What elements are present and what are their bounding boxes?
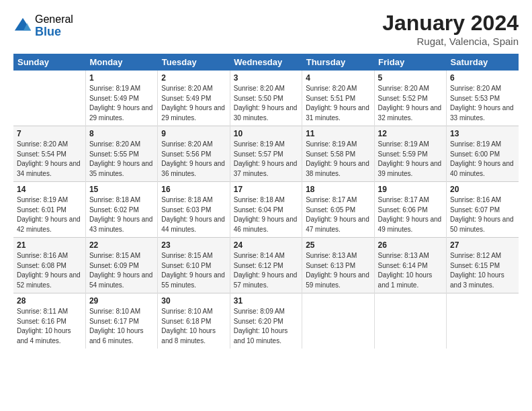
calendar-week-row: 1Sunrise: 8:19 AMSunset: 5:49 PMDaylight… xyxy=(13,71,519,126)
calendar-cell: 29Sunrise: 8:10 AMSunset: 6:17 PMDayligh… xyxy=(85,293,157,349)
day-info: Sunrise: 8:09 AMSunset: 6:20 PMDaylight:… xyxy=(234,307,298,346)
day-info: Sunrise: 8:17 AMSunset: 6:05 PMDaylight:… xyxy=(306,195,370,234)
day-info: Sunrise: 8:15 AMSunset: 6:09 PMDaylight:… xyxy=(89,251,154,290)
day-number: 11 xyxy=(306,129,370,138)
col-monday: Monday xyxy=(85,54,157,71)
col-sunday: Sunday xyxy=(13,54,85,71)
day-info: Sunrise: 8:19 AMSunset: 5:58 PMDaylight:… xyxy=(306,140,370,179)
calendar-cell: 24Sunrise: 8:14 AMSunset: 6:12 PMDayligh… xyxy=(230,238,302,293)
day-number: 18 xyxy=(306,185,370,194)
calendar-table: Sunday Monday Tuesday Wednesday Thursday… xyxy=(13,54,519,349)
day-info: Sunrise: 8:13 AMSunset: 6:14 PMDaylight:… xyxy=(378,251,443,290)
day-info: Sunrise: 8:17 AMSunset: 6:06 PMDaylight:… xyxy=(378,195,443,234)
day-info: Sunrise: 8:18 AMSunset: 6:04 PMDaylight:… xyxy=(234,195,298,234)
day-info: Sunrise: 8:19 AMSunset: 5:49 PMDaylight:… xyxy=(89,84,154,123)
logo-blue: Blue xyxy=(35,26,73,39)
col-friday: Friday xyxy=(374,54,446,71)
day-number: 7 xyxy=(17,129,82,138)
calendar-cell: 7Sunrise: 8:20 AMSunset: 5:54 PMDaylight… xyxy=(13,126,85,182)
day-number: 25 xyxy=(306,240,370,250)
calendar-cell xyxy=(447,293,519,349)
calendar-cell: 27Sunrise: 8:12 AMSunset: 6:15 PMDayligh… xyxy=(447,238,519,293)
day-number: 16 xyxy=(161,185,226,194)
header-row: Sunday Monday Tuesday Wednesday Thursday… xyxy=(13,54,519,71)
day-number: 12 xyxy=(378,129,443,138)
day-info: Sunrise: 8:20 AMSunset: 5:54 PMDaylight:… xyxy=(17,140,82,179)
calendar-cell: 20Sunrise: 8:16 AMSunset: 6:07 PMDayligh… xyxy=(447,182,519,238)
calendar-cell: 28Sunrise: 8:11 AMSunset: 6:16 PMDayligh… xyxy=(13,293,85,349)
month-title: January 2024 xyxy=(382,11,519,36)
day-info: Sunrise: 8:20 AMSunset: 5:50 PMDaylight:… xyxy=(234,84,298,123)
day-info: Sunrise: 8:20 AMSunset: 5:51 PMDaylight:… xyxy=(306,84,370,123)
day-info: Sunrise: 8:19 AMSunset: 5:57 PMDaylight:… xyxy=(234,140,298,179)
logo-icon xyxy=(13,17,32,36)
day-number: 24 xyxy=(234,240,298,250)
day-info: Sunrise: 8:18 AMSunset: 6:02 PMDaylight:… xyxy=(89,195,154,234)
day-number: 30 xyxy=(161,296,226,306)
day-info: Sunrise: 8:12 AMSunset: 6:15 PMDaylight:… xyxy=(450,251,515,290)
day-number: 17 xyxy=(234,185,298,194)
day-info: Sunrise: 8:20 AMSunset: 5:56 PMDaylight:… xyxy=(161,140,226,179)
calendar-cell xyxy=(374,293,446,349)
day-info: Sunrise: 8:15 AMSunset: 6:10 PMDaylight:… xyxy=(161,251,226,290)
day-number: 19 xyxy=(378,185,443,194)
day-info: Sunrise: 8:18 AMSunset: 6:03 PMDaylight:… xyxy=(161,195,226,234)
col-saturday: Saturday xyxy=(447,54,519,71)
calendar-cell: 25Sunrise: 8:13 AMSunset: 6:13 PMDayligh… xyxy=(302,238,374,293)
day-number: 13 xyxy=(450,129,515,138)
calendar-cell: 6Sunrise: 8:20 AMSunset: 5:53 PMDaylight… xyxy=(447,71,519,126)
page-container: General Blue January 2024 Rugat, Valenci… xyxy=(0,0,532,357)
calendar-cell: 23Sunrise: 8:15 AMSunset: 6:10 PMDayligh… xyxy=(158,238,230,293)
calendar-cell: 12Sunrise: 8:19 AMSunset: 5:59 PMDayligh… xyxy=(374,126,446,182)
calendar-cell: 21Sunrise: 8:16 AMSunset: 6:08 PMDayligh… xyxy=(13,238,85,293)
day-info: Sunrise: 8:19 AMSunset: 6:00 PMDaylight:… xyxy=(450,140,515,179)
day-number: 6 xyxy=(450,73,515,83)
day-number: 8 xyxy=(89,129,154,138)
day-info: Sunrise: 8:10 AMSunset: 6:17 PMDaylight:… xyxy=(89,307,154,346)
day-number: 5 xyxy=(378,73,443,83)
day-number: 3 xyxy=(234,73,298,83)
day-number: 1 xyxy=(89,73,154,83)
day-number: 2 xyxy=(161,73,226,83)
day-info: Sunrise: 8:20 AMSunset: 5:49 PMDaylight:… xyxy=(161,84,226,123)
calendar-cell: 2Sunrise: 8:20 AMSunset: 5:49 PMDaylight… xyxy=(158,71,230,126)
day-info: Sunrise: 8:14 AMSunset: 6:12 PMDaylight:… xyxy=(234,251,298,290)
calendar-cell: 30Sunrise: 8:10 AMSunset: 6:18 PMDayligh… xyxy=(158,293,230,349)
location: Rugat, Valencia, Spain xyxy=(382,36,519,47)
calendar-week-row: 28Sunrise: 8:11 AMSunset: 6:16 PMDayligh… xyxy=(13,293,519,349)
calendar-cell: 8Sunrise: 8:20 AMSunset: 5:55 PMDaylight… xyxy=(85,126,157,182)
calendar-cell: 1Sunrise: 8:19 AMSunset: 5:49 PMDaylight… xyxy=(85,71,157,126)
day-number: 4 xyxy=(306,73,370,83)
calendar-cell: 9Sunrise: 8:20 AMSunset: 5:56 PMDaylight… xyxy=(158,126,230,182)
day-number: 20 xyxy=(450,185,515,194)
col-thursday: Thursday xyxy=(302,54,374,71)
calendar-cell: 19Sunrise: 8:17 AMSunset: 6:06 PMDayligh… xyxy=(374,182,446,238)
calendar-cell: 22Sunrise: 8:15 AMSunset: 6:09 PMDayligh… xyxy=(85,238,157,293)
day-number: 23 xyxy=(161,240,226,250)
day-info: Sunrise: 8:20 AMSunset: 5:55 PMDaylight:… xyxy=(89,140,154,179)
calendar-cell xyxy=(302,293,374,349)
day-number: 22 xyxy=(89,240,154,250)
day-number: 21 xyxy=(17,240,82,250)
calendar-cell: 17Sunrise: 8:18 AMSunset: 6:04 PMDayligh… xyxy=(230,182,302,238)
calendar-cell: 26Sunrise: 8:13 AMSunset: 6:14 PMDayligh… xyxy=(374,238,446,293)
day-info: Sunrise: 8:10 AMSunset: 6:18 PMDaylight:… xyxy=(161,307,226,346)
day-info: Sunrise: 8:20 AMSunset: 5:52 PMDaylight:… xyxy=(378,84,443,123)
title-section: January 2024 Rugat, Valencia, Spain xyxy=(382,11,519,47)
calendar-cell: 11Sunrise: 8:19 AMSunset: 5:58 PMDayligh… xyxy=(302,126,374,182)
calendar-week-row: 21Sunrise: 8:16 AMSunset: 6:08 PMDayligh… xyxy=(13,238,519,293)
day-info: Sunrise: 8:16 AMSunset: 6:08 PMDaylight:… xyxy=(17,251,82,290)
day-number: 14 xyxy=(17,185,82,194)
calendar-week-row: 14Sunrise: 8:19 AMSunset: 6:01 PMDayligh… xyxy=(13,182,519,238)
col-wednesday: Wednesday xyxy=(230,54,302,71)
day-info: Sunrise: 8:19 AMSunset: 5:59 PMDaylight:… xyxy=(378,140,443,179)
logo-general: General xyxy=(35,13,73,26)
logo: General Blue xyxy=(13,13,73,38)
day-number: 15 xyxy=(89,185,154,194)
day-info: Sunrise: 8:13 AMSunset: 6:13 PMDaylight:… xyxy=(306,251,370,290)
logo-text: General Blue xyxy=(35,13,73,38)
calendar-week-row: 7Sunrise: 8:20 AMSunset: 5:54 PMDaylight… xyxy=(13,126,519,182)
header: General Blue January 2024 Rugat, Valenci… xyxy=(13,11,519,47)
day-number: 29 xyxy=(89,296,154,306)
calendar-cell: 31Sunrise: 8:09 AMSunset: 6:20 PMDayligh… xyxy=(230,293,302,349)
